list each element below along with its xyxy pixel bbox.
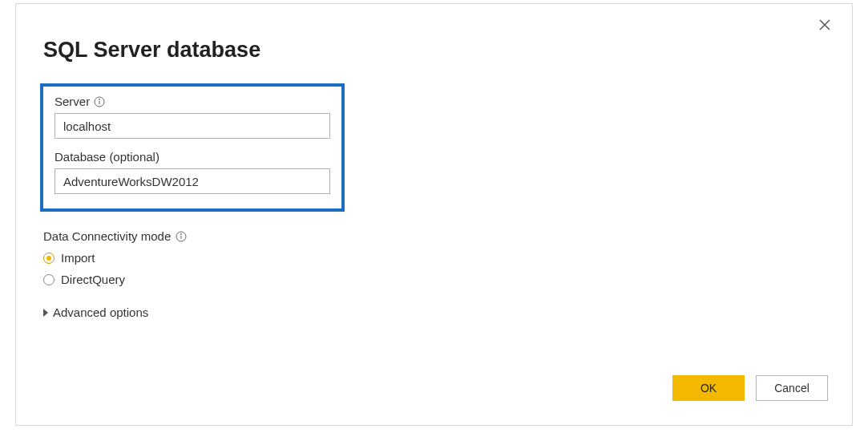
info-icon[interactable] xyxy=(176,231,187,242)
cancel-button[interactable]: Cancel xyxy=(756,375,828,401)
dialog-title: SQL Server database xyxy=(43,38,852,63)
radio-directquery[interactable]: DirectQuery xyxy=(43,273,852,286)
connectivity-label-row: Data Connectivity mode xyxy=(43,229,852,243)
advanced-options-label: Advanced options xyxy=(53,305,148,319)
radio-import-indicator xyxy=(43,253,55,264)
server-db-highlight: Server Database (optional) xyxy=(40,83,345,212)
database-field-group: Database (optional) xyxy=(55,150,330,194)
info-icon[interactable] xyxy=(94,96,105,107)
close-icon xyxy=(818,18,831,31)
server-input[interactable] xyxy=(55,113,330,139)
chevron-right-icon xyxy=(43,309,48,317)
radio-directquery-label: DirectQuery xyxy=(61,273,125,286)
database-input[interactable] xyxy=(55,168,330,194)
database-label: Database (optional) xyxy=(55,150,159,164)
sql-server-dialog: SQL Server database Server Database (opt… xyxy=(15,3,853,426)
advanced-options-toggle[interactable]: Advanced options xyxy=(43,305,852,319)
dialog-button-row: OK Cancel xyxy=(672,375,828,401)
close-button[interactable] xyxy=(818,18,834,34)
radio-import[interactable]: Import xyxy=(43,251,852,265)
connectivity-label: Data Connectivity mode xyxy=(43,229,171,243)
server-label: Server xyxy=(55,95,90,108)
svg-point-4 xyxy=(99,99,100,99)
radio-import-label: Import xyxy=(61,251,95,265)
ok-button[interactable]: OK xyxy=(672,375,745,401)
server-label-row: Server xyxy=(55,95,330,108)
server-field-group: Server xyxy=(55,95,330,139)
connectivity-section: Data Connectivity mode Import DirectQuer… xyxy=(43,229,852,286)
database-label-row: Database (optional) xyxy=(55,150,330,164)
radio-directquery-indicator xyxy=(43,274,55,285)
svg-point-7 xyxy=(181,233,182,234)
